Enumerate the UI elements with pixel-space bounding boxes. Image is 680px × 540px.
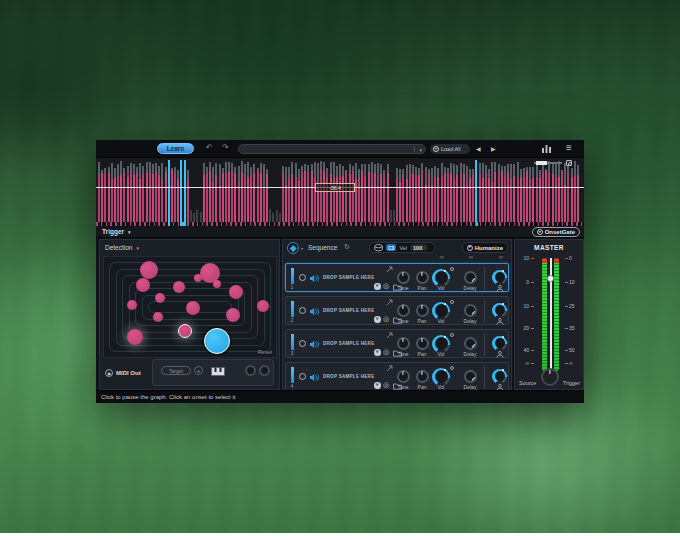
- loop-icon[interactable]: ↻: [344, 243, 350, 251]
- solo-circle-icon[interactable]: ◎: [383, 381, 389, 389]
- pan-knob[interactable]: [416, 337, 429, 350]
- chart-icon[interactable]: [542, 144, 552, 153]
- learn-button[interactable]: Learn: [157, 143, 194, 154]
- sample-row[interactable]: 2 DROP SAMPLE HERE ✕ ◎ Tune Pan Vol: [285, 296, 509, 325]
- menu-icon[interactable]: ≡: [566, 142, 572, 153]
- load-all-dropdown[interactable]: ▾ Load All: [430, 144, 470, 154]
- sample-row[interactable]: 4 DROP SAMPLE HERE ✕ ◎ Tune Pan Vol: [285, 362, 509, 391]
- trigger-dropdown[interactable]: Trigger ▾: [102, 228, 131, 235]
- link-infinity-icon[interactable]: ∞: [436, 254, 448, 260]
- row-level-meter: [291, 367, 294, 383]
- onset-bubble[interactable]: [186, 301, 200, 315]
- undo-icon[interactable]: ↶: [206, 143, 213, 152]
- midi-out-button[interactable]: ▶ MIDI Out: [105, 369, 141, 377]
- sequence-mode-icon[interactable]: [287, 242, 299, 254]
- humanize-knob[interactable]: [492, 336, 507, 351]
- onset-bubble[interactable]: [127, 329, 143, 345]
- master-fader-thumb[interactable]: [547, 275, 554, 282]
- magnifier-icon[interactable]: [566, 160, 572, 166]
- link-infinity-icon[interactable]: ∞: [495, 254, 507, 260]
- onset-bubble[interactable]: [213, 280, 221, 288]
- row-select-radio[interactable]: [299, 373, 306, 380]
- selected-onset-bubble[interactable]: [178, 324, 192, 338]
- drop-sample-zone[interactable]: DROP SAMPLE HERE: [323, 275, 374, 280]
- clear-sample-icon[interactable]: ✕: [374, 316, 381, 323]
- delay-knob[interactable]: [464, 370, 477, 383]
- detection-graph[interactable]: Reset: [103, 256, 277, 358]
- pan-knob[interactable]: [416, 370, 429, 383]
- onset-bubble[interactable]: [173, 281, 185, 293]
- onsetgate-toggle[interactable]: ▾ OnsetGate: [532, 227, 580, 237]
- solo-circle-icon[interactable]: ◎: [383, 348, 389, 356]
- note-value[interactable]: C3: [386, 244, 396, 251]
- humanize-knob[interactable]: [492, 369, 507, 384]
- midi-note-pill[interactable]: C3 Vel 100 ↕: [369, 242, 435, 253]
- redo-icon[interactable]: ↷: [222, 143, 229, 152]
- delay-knob[interactable]: [464, 337, 477, 350]
- row-select-radio[interactable]: [299, 340, 306, 347]
- tune-knob[interactable]: [397, 370, 410, 383]
- onset-bubble[interactable]: [226, 308, 240, 322]
- expand-icon[interactable]: [386, 365, 393, 372]
- preset-field[interactable]: | ▾: [238, 144, 426, 154]
- sample-row[interactable]: 3 DROP SAMPLE HERE ✕ ◎ Tune Pan Vol: [285, 329, 509, 358]
- onset-bubble[interactable]: [229, 285, 243, 299]
- velocity-stepper[interactable]: 100 ↕: [410, 244, 428, 251]
- next-preset-button[interactable]: ▶: [491, 145, 496, 152]
- onset-bubble[interactable]: [127, 300, 137, 310]
- target-pill[interactable]: Target: [161, 366, 191, 375]
- detection-dropdown[interactable]: Detection ▾: [105, 244, 139, 251]
- detection-knob-2[interactable]: [259, 365, 270, 376]
- onset-bubble[interactable]: [153, 312, 163, 322]
- waveform-display[interactable]: -36.4: [96, 158, 584, 222]
- vol-knob[interactable]: [432, 269, 450, 287]
- onset-bubble[interactable]: [140, 261, 158, 279]
- pan-knob[interactable]: [416, 304, 429, 317]
- pan-knob[interactable]: [416, 271, 429, 284]
- waveform-bar: [396, 168, 398, 222]
- vol-knob[interactable]: [432, 302, 450, 320]
- zoom-slider-handle[interactable]: [536, 161, 547, 165]
- selected-onset-bubble[interactable]: [204, 328, 230, 354]
- expand-icon[interactable]: [386, 299, 393, 306]
- tune-knob[interactable]: [397, 337, 410, 350]
- clear-sample-icon[interactable]: ✕: [374, 382, 381, 389]
- detection-knob-1[interactable]: [245, 365, 256, 376]
- expand-icon[interactable]: [386, 332, 393, 339]
- delay-knob[interactable]: [464, 271, 477, 284]
- source-trigger-mix-knob[interactable]: [541, 368, 559, 386]
- prev-preset-button[interactable]: ◀: [476, 145, 481, 152]
- sample-row[interactable]: 1 DROP SAMPLE HERE ✕ ◎ Tune Pan Vol: [285, 263, 509, 292]
- onset-bubble[interactable]: [136, 278, 150, 292]
- row-select-radio[interactable]: [299, 274, 306, 281]
- piano-icon[interactable]: [211, 367, 225, 376]
- drop-sample-zone[interactable]: DROP SAMPLE HERE: [323, 341, 374, 346]
- humanize-knob[interactable]: [492, 270, 507, 285]
- link-infinity-icon[interactable]: ∞: [465, 254, 477, 260]
- onset-bubble[interactable]: [257, 300, 269, 312]
- vol-knob[interactable]: [432, 368, 450, 386]
- solo-circle-icon[interactable]: ◎: [383, 282, 389, 290]
- row-select-radio[interactable]: [299, 307, 306, 314]
- humanize-dropdown[interactable]: ▾ Humanize: [462, 242, 508, 253]
- chevron-down-icon[interactable]: ▾: [301, 246, 303, 251]
- humanize-knob[interactable]: [492, 303, 507, 318]
- stepper-icon[interactable]: ↕: [423, 245, 425, 250]
- tune-knob[interactable]: [397, 271, 410, 284]
- add-target-button[interactable]: +: [194, 366, 203, 375]
- onset-bubble[interactable]: [194, 274, 202, 282]
- drop-sample-zone[interactable]: DROP SAMPLE HERE: [323, 308, 374, 313]
- master-fader-track[interactable]: [550, 258, 552, 371]
- solo-circle-icon[interactable]: ◎: [383, 315, 389, 323]
- vol-knob[interactable]: [432, 335, 450, 353]
- zoom-slider[interactable]: [534, 162, 562, 164]
- waveform-bar: [428, 169, 430, 222]
- clear-sample-icon[interactable]: ✕: [374, 349, 381, 356]
- drop-sample-zone[interactable]: DROP SAMPLE HERE: [323, 374, 374, 379]
- delay-knob[interactable]: [464, 304, 477, 317]
- clear-sample-icon[interactable]: ✕: [374, 283, 381, 290]
- preset-caret-icon[interactable]: ▾: [419, 147, 422, 153]
- tune-knob[interactable]: [397, 304, 410, 317]
- expand-icon[interactable]: [386, 266, 393, 273]
- onset-bubble[interactable]: [155, 293, 165, 303]
